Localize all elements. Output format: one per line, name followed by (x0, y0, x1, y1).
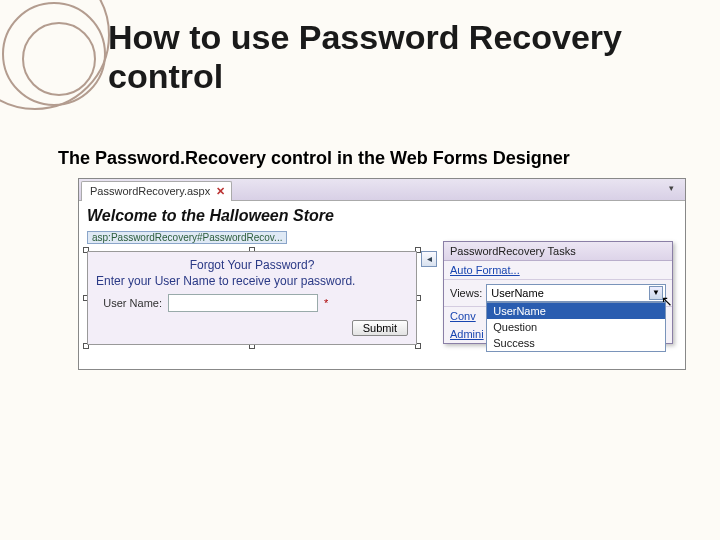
file-tab-label: PasswordRecovery.aspx (90, 185, 210, 197)
close-tab-icon[interactable]: ✕ (216, 185, 225, 198)
auto-format-link-text: Auto Format... (450, 264, 520, 276)
file-tab[interactable]: PasswordRecovery.aspx ✕ (81, 181, 232, 201)
username-input[interactable] (168, 294, 318, 312)
slide-decoration (0, 0, 110, 110)
auto-format-link[interactable]: Auto Format... (444, 261, 672, 280)
admin-link-text: Admini (450, 328, 484, 340)
password-recovery-control: Forgot Your Password? Enter your User Na… (87, 251, 417, 345)
slide-subtitle: The Password.Recovery control in the Web… (58, 148, 570, 169)
tab-overflow-icon[interactable]: ▾ (669, 183, 681, 195)
smart-panel-title: PasswordRecovery Tasks (444, 242, 672, 261)
design-surface[interactable]: Welcome to the Halloween Store asp:Passw… (79, 201, 685, 369)
dropdown-option[interactable]: UserName (487, 303, 665, 319)
document-tabbar: PasswordRecovery.aspx ✕ ▾ (79, 179, 685, 201)
designer-window: PasswordRecovery.aspx ✕ ▾ Welcome to the… (78, 178, 686, 370)
convert-link-text: Conv (450, 310, 476, 322)
page-heading: Welcome to the Halloween Store (87, 207, 677, 225)
views-dropdown-value: UserName (491, 287, 544, 299)
smart-tasks-panel: PasswordRecovery Tasks Auto Format... Vi… (443, 241, 673, 344)
views-dropdown[interactable]: UserName ▼ ↖ UserName Question Success (486, 284, 666, 302)
asp-control-tag[interactable]: asp:PasswordRecovery#PasswordRecov... (87, 231, 287, 244)
views-row: Views: UserName ▼ ↖ UserName Question Su… (444, 280, 672, 307)
selected-control[interactable]: ◂ Forgot Your Password? Enter your User … (87, 251, 417, 345)
smart-tag-toggle-icon[interactable]: ◂ (421, 251, 437, 267)
username-label: User Name: (96, 297, 162, 309)
submit-button[interactable]: Submit (352, 320, 408, 336)
dropdown-option[interactable]: Success (487, 335, 665, 351)
views-dropdown-list: UserName Question Success (486, 302, 666, 352)
slide-title: How to use Password Recovery control (108, 18, 720, 96)
instruction-text: Enter your User Name to receive your pas… (96, 274, 408, 288)
views-label: Views: (450, 287, 482, 299)
forgot-password-title: Forgot Your Password? (96, 258, 408, 272)
required-asterisk: * (324, 297, 328, 309)
dropdown-option[interactable]: Question (487, 319, 665, 335)
